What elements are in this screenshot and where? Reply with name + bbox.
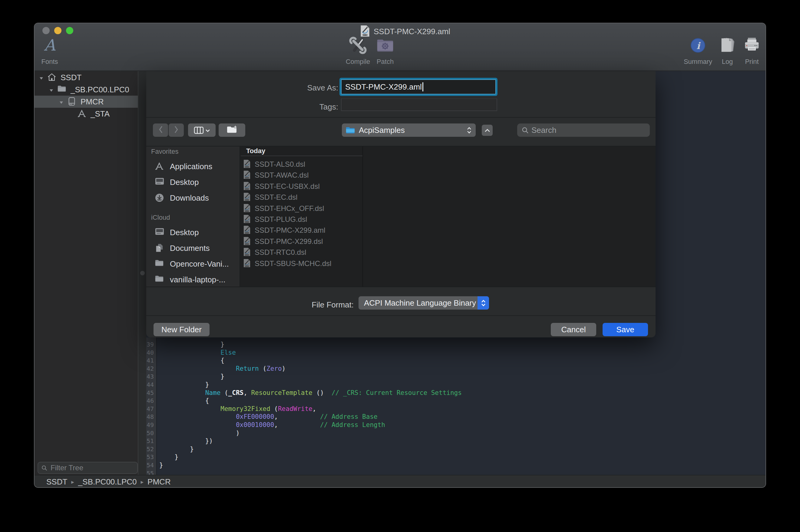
new-folder-icon	[226, 125, 238, 135]
download-icon	[155, 193, 164, 204]
code-line-42: Return (Zero)	[159, 365, 462, 373]
sidebar-item-downloads[interactable]: Downloads	[146, 190, 240, 206]
file-name: SSDT-EC-USBX.dsl	[255, 182, 320, 191]
sidebar-item-label: Desktop	[170, 228, 199, 237]
close-button[interactable]	[42, 27, 50, 34]
file-item-ssdt-rtc0-dsl[interactable]: SSDT-RTC0.dsl	[241, 247, 362, 257]
disclosure-triangle-icon[interactable]	[59, 100, 63, 105]
tree-row-pmcr[interactable]: PMCR	[35, 96, 138, 108]
breadcrumb: SSDT▸_SB.PC00.LPC0▸PMCR	[46, 477, 171, 487]
save-dialog: Save As: SSDT-PMC-X299.aml Tags: AcpiSam…	[146, 71, 655, 337]
toolbar-fonts-button[interactable]: A Fonts	[36, 35, 63, 70]
search-placeholder: Search	[532, 126, 556, 135]
breadcrumb-item-sb-pc00-lpc0[interactable]: _SB.PC00.LPC0	[78, 477, 137, 487]
disclosure-triangle-icon[interactable]	[49, 88, 53, 93]
code-line-54: }	[159, 461, 462, 469]
sidebar-item-applications[interactable]: Applications	[146, 158, 240, 174]
sidebar-item-label: Documents	[170, 244, 210, 253]
file-name: SSDT-EHCx_OFF.dsl	[255, 204, 324, 213]
file-group-label: Today	[246, 147, 265, 155]
patch-label: Patch	[370, 58, 400, 66]
file-format-popup[interactable]: ACPI Machine Language Binary	[358, 296, 489, 309]
tree-item-label: _SB.PC00.LPC0	[71, 85, 129, 94]
file-item-ssdt-ehcx-off-dsl[interactable]: SSDT-EHCx_OFF.dsl	[241, 203, 362, 213]
save-button[interactable]: Save	[602, 323, 648, 336]
document-file-icon	[243, 159, 251, 169]
documents-icon	[155, 243, 164, 253]
file-name: SSDT-PLUG.dsl	[255, 215, 307, 224]
sidebar-item-vanilla-laptop[interactable]: vanilla-laptop-...	[146, 272, 240, 287]
blue-folder-icon	[346, 127, 355, 134]
document-file-icon	[243, 214, 251, 225]
document-file-icon	[243, 248, 251, 258]
divider	[146, 117, 655, 118]
filter-tree-field[interactable]: Filter Tree	[38, 462, 138, 474]
popup-chevrons-cap	[478, 296, 489, 309]
toolbar-print-button[interactable]: Print	[737, 35, 766, 70]
file-item-ssdt-sbus-mchc-dsl[interactable]: SSDT-SBUS-MCHC.dsl	[241, 258, 362, 268]
svg-text:A: A	[43, 37, 56, 54]
file-item-ssdt-plug-dsl[interactable]: SSDT-PLUG.dsl	[241, 214, 362, 224]
sidebar-item-documents[interactable]: Documents	[146, 240, 240, 256]
traffic-lights	[42, 27, 78, 35]
sidebar-item-label: vanilla-laptop-...	[170, 275, 226, 284]
sidebar-item-desktop[interactable]: Desktop	[146, 174, 240, 190]
status-bar: SSDT▸_SB.PC00.LPC0▸PMCR	[35, 475, 765, 488]
titlebar: AML SSDT-PMC-X299.aml A Fonts Compile Pa…	[35, 23, 765, 71]
file-item-ssdt-ec-dsl[interactable]: SSDT-EC.dsl	[241, 192, 362, 202]
sidebar-item-label: Desktop	[170, 178, 199, 187]
back-button[interactable]	[153, 124, 168, 137]
sidebar-item-opencore-vani[interactable]: Opencore-Vani...	[146, 256, 240, 272]
chevron-left-icon	[158, 126, 163, 135]
file-item-ssdt-ec-usbx-dsl[interactable]: SSDT-EC-USBX.dsl	[241, 181, 362, 191]
file-list-column: Today SSDT-ALS0.dslSSDT-AWAC.dslSSDT-EC-…	[241, 147, 362, 287]
fonts-label: Fonts	[36, 58, 63, 66]
cancel-button[interactable]: Cancel	[551, 323, 596, 336]
tree-row-sb-pc00-lpc0[interactable]: _SB.PC00.LPC0	[35, 83, 138, 96]
splitter-handle[interactable]	[140, 271, 145, 276]
code-line-55	[159, 469, 462, 475]
sidebar-item-desktop[interactable]: Desktop	[146, 225, 240, 240]
file-name: SSDT-EC.dsl	[255, 193, 297, 202]
pane-splitter[interactable]	[138, 71, 146, 475]
file-browser: FavoritesApplicationsDesktopDownloadsiCl…	[146, 146, 655, 287]
file-item-ssdt-pmc-x299-dsl[interactable]: SSDT-PMC-X299.dsl	[241, 236, 362, 246]
sidebar: SSDT_SB.PC00.LPC0PMCR_STA Filter Tree	[35, 71, 138, 475]
tree-row-ssdt[interactable]: SSDT	[35, 71, 138, 83]
forward-button[interactable]	[169, 124, 184, 137]
section-header-favorites: Favorites	[151, 148, 178, 155]
folder-icon	[57, 85, 66, 94]
code-line-44: }	[159, 381, 462, 389]
location-popup[interactable]: AcpiSamples	[342, 124, 476, 137]
file-name: SSDT-ALS0.dsl	[255, 160, 305, 169]
file-item-ssdt-als0-dsl[interactable]: SSDT-ALS0.dsl	[241, 159, 362, 169]
breadcrumb-item-pmcr[interactable]: PMCR	[147, 477, 171, 487]
chevron-right-icon	[174, 126, 179, 135]
tags-input[interactable]	[341, 98, 497, 111]
code-line-40: Else	[159, 348, 462, 357]
code-line-51: })	[159, 437, 462, 445]
document-file-icon	[243, 225, 251, 235]
disclosure-triangle-icon[interactable]	[39, 76, 43, 81]
breadcrumb-item-ssdt[interactable]: SSDT	[46, 477, 67, 487]
minimize-button[interactable]	[54, 27, 61, 34]
file-item-ssdt-pmc-x299-aml[interactable]: SSDT-PMC-X299.aml	[241, 225, 362, 235]
maciasl-window: AML SSDT-PMC-X299.aml A Fonts Compile Pa…	[34, 23, 766, 488]
file-item-ssdt-awac-dsl[interactable]: SSDT-AWAC.dsl	[241, 170, 362, 180]
fonts-icon: A	[36, 35, 63, 56]
code-line-48: 0xFE000000, // Address Base	[159, 413, 462, 421]
new-folder-button[interactable]: New Folder	[153, 323, 209, 336]
toolbar-patch-button[interactable]: Patch	[370, 35, 400, 70]
divider	[146, 315, 655, 316]
save-as-value: SSDT-PMC-X299.aml	[345, 82, 422, 92]
search-icon	[41, 465, 48, 471]
new-folder-icon-button[interactable]	[219, 124, 245, 137]
maximize-button[interactable]	[66, 27, 73, 34]
search-field[interactable]: Search	[517, 124, 650, 137]
tree-row-sta[interactable]: _STA	[35, 108, 138, 120]
save-as-input[interactable]: SSDT-PMC-X299.aml	[341, 79, 496, 94]
printer-icon	[737, 35, 766, 56]
code-line-49: 0x00010000, // Address Length	[159, 421, 462, 429]
parent-folder-button[interactable]	[482, 125, 492, 136]
view-mode-button[interactable]	[188, 124, 216, 137]
